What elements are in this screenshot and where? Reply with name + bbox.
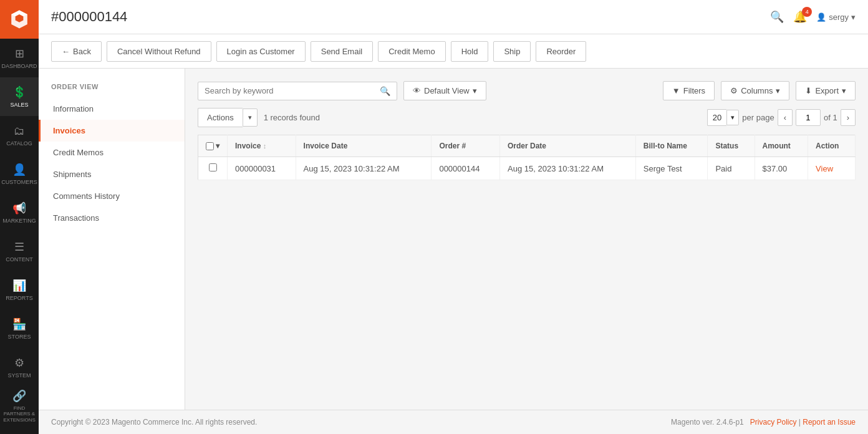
actions-label: Actions: [207, 113, 234, 122]
per-page-value: 20: [707, 109, 726, 126]
left-nav-item-transactions[interactable]: Transactions: [39, 207, 185, 229]
invoice-cell: 000000031: [228, 157, 296, 180]
page-number-input[interactable]: [796, 109, 821, 126]
chevron-down-icon: ▾: [248, 113, 252, 121]
default-view-label: Default View: [424, 86, 470, 95]
sidebar-item-dashboard[interactable]: ⊞ DASHBOARD: [0, 39, 39, 77]
sidebar: ⊞ DASHBOARD 💲 SALES 🗂 CATALOG 👤 CUSTOMER…: [0, 0, 39, 434]
privacy-policy-link[interactable]: Privacy Policy: [750, 418, 797, 427]
system-icon: ⚙: [14, 356, 24, 370]
per-page-select: 20 ▾ per page: [707, 109, 774, 126]
actions-dropdown: Actions ▾: [198, 108, 258, 127]
eye-icon: 👁: [413, 86, 421, 95]
order-date-cell: Aug 15, 2023 10:31:22 AM: [500, 157, 636, 180]
main-panel: 🔍 👁 Default View ▾ ▼ Filters ⚙ Columns ▾: [185, 69, 868, 410]
find-partners-icon: 🔗: [12, 389, 26, 403]
main-area: #000000144 🔍 🔔 4 👤 sergy ▾ ← Back Cancel…: [39, 0, 868, 434]
order-date-header: Order Date: [500, 135, 636, 157]
user-menu-button[interactable]: 👤 sergy ▾: [816, 12, 856, 22]
login-label: Login as Customer: [227, 47, 295, 56]
chevron-down-icon[interactable]: ▾: [216, 142, 219, 150]
invoice-header: Invoice ↕: [228, 135, 296, 157]
select-all-header: ▾: [198, 135, 228, 157]
search-submit-button[interactable]: 🔍: [380, 86, 390, 96]
sidebar-item-system[interactable]: ⚙ SYSTEM: [0, 348, 39, 387]
sales-icon: 💲: [12, 85, 26, 99]
sidebar-item-content[interactable]: ☰ CONTENT: [0, 232, 39, 271]
order-num-cell: 000000144: [432, 157, 500, 180]
export-button[interactable]: ⬇ Export ▾: [796, 81, 856, 100]
sidebar-item-label: MARKETING: [2, 218, 36, 224]
view-link[interactable]: View: [816, 164, 833, 173]
catalog-icon: 🗂: [14, 125, 25, 138]
user-name: sergy: [829, 12, 849, 22]
notifications-button[interactable]: 🔔 4: [793, 10, 807, 24]
footer-links: Magento ver. 2.4.6-p1 Privacy Policy | R…: [671, 418, 856, 427]
left-nav-title: ORDER VIEW: [39, 78, 185, 98]
filter-icon: ▼: [672, 86, 680, 95]
send-email-button[interactable]: Send Email: [311, 41, 373, 62]
search-input[interactable]: [205, 86, 380, 95]
columns-icon: ⚙: [730, 86, 738, 95]
topbar: #000000144 🔍 🔔 4 👤 sergy ▾: [39, 0, 868, 34]
pagination: 20 ▾ per page ‹ of 1 ›: [707, 109, 856, 126]
default-view-button[interactable]: 👁 Default View ▾: [403, 81, 486, 100]
sidebar-item-label: CATALOG: [6, 140, 32, 147]
columns-button[interactable]: ⚙ Columns ▾: [721, 81, 789, 100]
export-icon: ⬇: [805, 86, 812, 95]
next-page-button[interactable]: ›: [841, 109, 856, 126]
cancel-without-refund-button[interactable]: Cancel Without Refund: [107, 41, 211, 62]
content-area: ORDER VIEW Information Invoices Credit M…: [39, 69, 868, 410]
left-nav-item-credit-memos[interactable]: Credit Memos: [39, 142, 185, 163]
table-row: 000000031 Aug 15, 2023 10:31:22 AM 00000…: [198, 157, 856, 180]
reports-icon: 📊: [12, 279, 26, 292]
order-num-header: Order #: [432, 135, 500, 157]
stores-icon: 🏪: [12, 317, 26, 331]
sidebar-item-stores[interactable]: 🏪 STORES: [0, 309, 39, 348]
left-nav-item-comments-history[interactable]: Comments History: [39, 185, 185, 207]
user-icon: 👤: [816, 12, 826, 22]
select-all-checkbox[interactable]: [206, 142, 214, 150]
magento-logo[interactable]: [0, 0, 39, 39]
action-bar: ← Back Cancel Without Refund Login as Cu…: [39, 34, 868, 69]
actions-row: Actions ▾ 1 records found 20 ▾ per page: [198, 108, 856, 127]
sidebar-item-find-partners[interactable]: 🔗 FIND PARTNERS & EXTENSIONS: [0, 387, 39, 425]
row-checkbox[interactable]: [209, 163, 217, 171]
left-nav-item-shipments[interactable]: Shipments: [39, 163, 185, 185]
credit-memo-button[interactable]: Credit Memo: [378, 41, 445, 62]
sidebar-item-catalog[interactable]: 🗂 CATALOG: [0, 116, 39, 155]
prev-page-button[interactable]: ‹: [778, 109, 793, 126]
ship-button[interactable]: Ship: [493, 41, 531, 62]
actions-button[interactable]: Actions: [198, 108, 243, 127]
actions-dropdown-arrow[interactable]: ▾: [243, 109, 258, 127]
bill-to-name-cell: Serge Test: [635, 157, 708, 180]
sidebar-item-customers[interactable]: 👤 CUSTOMERS: [0, 155, 39, 193]
filters-button[interactable]: ▼ Filters: [663, 81, 715, 100]
search-button[interactable]: 🔍: [770, 10, 784, 24]
sidebar-item-reports[interactable]: 📊 REPORTS: [0, 271, 39, 309]
reorder-button[interactable]: Reorder: [536, 41, 586, 62]
login-as-customer-button[interactable]: Login as Customer: [216, 41, 306, 62]
sidebar-item-label: DASHBOARD: [1, 63, 37, 69]
left-nav-item-information[interactable]: Information: [39, 98, 185, 120]
amount-cell: $37.00: [755, 157, 808, 180]
sidebar-item-label: FIND PARTNERS & EXTENSIONS: [2, 405, 36, 423]
invoice-date-header: Invoice Date: [296, 135, 432, 157]
bill-to-name-header: Bill-to Name: [635, 135, 708, 157]
amount-header: Amount: [755, 135, 808, 157]
arrow-left-icon: ←: [62, 47, 70, 56]
copyright: Copyright © 2023 Magento Commerce Inc. A…: [51, 418, 257, 427]
back-button[interactable]: ← Back: [51, 41, 102, 62]
per-page-arrow[interactable]: ▾: [726, 110, 739, 125]
magnifier-icon: 🔍: [380, 86, 390, 96]
hold-button[interactable]: Hold: [451, 41, 489, 62]
left-nav-item-invoices[interactable]: Invoices: [39, 120, 185, 142]
records-count: 1 records found: [264, 113, 320, 122]
table-header-row: ▾ Invoice ↕ Invoice Date Order #: [198, 135, 856, 157]
chevron-down-icon: ▾: [842, 86, 846, 95]
sort-icon[interactable]: ↕: [263, 142, 267, 150]
search-icon: 🔍: [770, 11, 784, 23]
report-issue-link[interactable]: Report an Issue: [803, 418, 856, 427]
sidebar-item-marketing[interactable]: 📢 MARKETING: [0, 193, 39, 232]
sidebar-item-sales[interactable]: 💲 SALES: [0, 77, 39, 116]
